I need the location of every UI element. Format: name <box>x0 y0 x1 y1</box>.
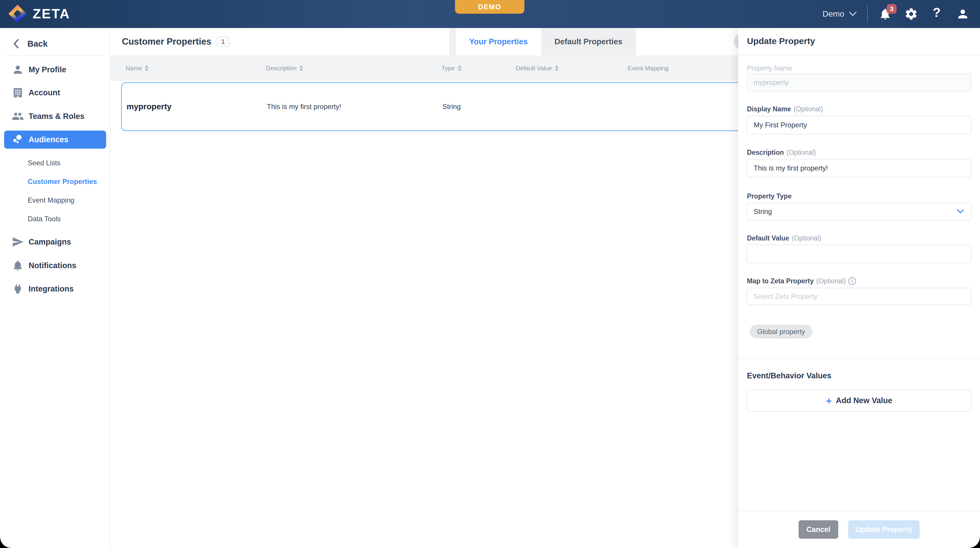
help-icon[interactable]: ? <box>933 5 940 20</box>
sidebar-item-notifications[interactable]: Notifications <box>0 256 110 275</box>
back-label: Back <box>27 39 48 49</box>
screen-corner <box>0 537 11 548</box>
properties-tabstrip: Your Properties Default Properties <box>449 28 636 56</box>
user-avatar-icon[interactable] <box>956 7 969 21</box>
default-value-label: Default Value (Optional) <box>747 234 821 242</box>
navbar-divider <box>867 5 868 23</box>
sidebar-item-label: Integrations <box>29 284 74 294</box>
back-button[interactable]: Back <box>0 35 110 52</box>
people-icon <box>11 110 24 122</box>
settings-gear-icon[interactable] <box>904 7 918 21</box>
label-text: Description <box>747 149 784 157</box>
sidebar-item-account[interactable]: Account <box>0 83 110 102</box>
add-new-value-button[interactable]: + Add New Value <box>747 389 972 412</box>
global-property-chip: Global property <box>749 325 813 338</box>
table-header: Name Description Type Default Value Even… <box>110 56 738 81</box>
label-optional: (Optional) <box>816 277 846 285</box>
sidebar-item-campaigns[interactable]: Campaigns <box>0 233 110 251</box>
account-name: Demo <box>822 10 845 19</box>
plus-icon: + <box>826 396 832 406</box>
tab-label: Default Properties <box>554 37 622 46</box>
page-header: Customer Properties 1 <box>122 28 229 56</box>
column-label: Description <box>266 65 297 72</box>
label-text: Map to Zeta Property <box>747 277 814 285</box>
description-label: Description (Optional) <box>747 148 816 157</box>
sidebar-subitem-data-tools[interactable]: Data Tools <box>28 212 107 226</box>
sidebar-subitem-customer-properties[interactable]: Customer Properties <box>28 175 107 189</box>
display-name-input[interactable] <box>747 116 972 134</box>
sidebar-item-teams-roles[interactable]: Teams & Roles <box>0 107 110 125</box>
description-input[interactable] <box>747 159 972 178</box>
column-header-type[interactable]: Type <box>442 56 461 81</box>
label-text: Property Type <box>747 192 792 200</box>
brand-name: ZETA <box>33 6 70 22</box>
sidebar-item-label: Campaigns <box>29 238 71 246</box>
sidebar-item-integrations[interactable]: Integrations <box>0 280 110 298</box>
panel-title: Update Property <box>747 36 815 46</box>
bell-icon <box>11 259 24 272</box>
column-header-event-mapping: Event Mapping <box>628 56 668 81</box>
page-title: Customer Properties <box>122 37 212 47</box>
zeta-logo[interactable]: ZETA <box>8 4 70 24</box>
sidebar-divider <box>4 55 106 56</box>
zeta-diamond-icon <box>8 4 27 24</box>
audiences-bubbles-icon <box>11 133 24 146</box>
account-dropdown[interactable]: Demo <box>822 0 857 28</box>
cell-type: String <box>442 83 461 130</box>
sidebar-item-label: Notifications <box>29 261 76 270</box>
column-header-description[interactable]: Description <box>266 56 303 81</box>
sidebar-subitem-label: Customer Properties <box>28 178 97 186</box>
label-text: Display Name <box>747 105 791 113</box>
property-type-select[interactable]: String <box>747 203 972 221</box>
sidebar-subitem-label: Seed Lists <box>28 159 60 167</box>
tab-your-properties[interactable]: Your Properties <box>456 28 541 56</box>
panel-divider <box>738 55 980 56</box>
column-label: Type <box>442 65 455 72</box>
property-name-label: Property Name <box>747 64 792 72</box>
selected-value: String <box>754 208 772 216</box>
chevron-down-icon <box>849 12 857 16</box>
sidebar-item-audiences[interactable]: Audiences <box>4 130 106 149</box>
label-optional: (Optional) <box>792 234 821 242</box>
building-icon <box>11 87 24 99</box>
sidebar-item-my-profile[interactable]: My Profile <box>0 60 110 79</box>
sidebar-item-label: Audiences <box>29 135 68 144</box>
column-header-default-value[interactable]: Default Value <box>515 56 558 81</box>
update-property-panel: Update Property Property Name Display Na… <box>738 28 980 548</box>
default-value-input[interactable] <box>747 245 972 263</box>
cell-name: myproperty <box>127 83 172 130</box>
notification-count-badge: 3 <box>887 4 897 14</box>
footer-divider <box>738 511 980 511</box>
table-row[interactable]: myproperty This is my first property! St… <box>121 82 745 131</box>
sidebar-subitem-event-mapping[interactable]: Event Mapping <box>28 193 107 207</box>
sidebar: Back My Profile Account Teams & Rol <box>0 28 110 548</box>
paper-plane-icon <box>11 236 24 248</box>
chevron-down-icon <box>957 209 964 214</box>
user-icon <box>11 64 24 76</box>
column-label: Name <box>126 65 142 72</box>
tab-label: Your Properties <box>469 37 528 46</box>
property-type-label: Property Type <box>747 192 792 200</box>
info-icon[interactable]: i <box>848 277 856 285</box>
property-name-input <box>747 73 972 92</box>
sort-icon <box>299 65 303 71</box>
sidebar-subitem-label: Data Tools <box>28 215 60 223</box>
display-name-label: Display Name (Optional) <box>747 105 823 113</box>
cancel-button[interactable]: Cancel <box>799 520 838 538</box>
label-optional: (Optional) <box>787 149 816 157</box>
map-to-zeta-input[interactable] <box>747 288 972 305</box>
sidebar-item-label: Teams & Roles <box>29 112 84 121</box>
update-property-button[interactable]: Update Property <box>848 520 920 538</box>
count-badge: 1 <box>217 36 229 47</box>
tab-default-properties[interactable]: Default Properties <box>541 28 636 56</box>
event-behavior-values-title: Event/Behavior Values <box>747 372 832 380</box>
cell-description: This is my first property! <box>267 83 341 130</box>
chevron-left-icon <box>13 39 19 49</box>
column-label: Default Value <box>515 65 552 72</box>
demo-environment-ribbon: DEMO <box>455 0 524 14</box>
sidebar-subitem-seed-lists[interactable]: Seed Lists <box>28 156 107 170</box>
sidebar-item-label: My Profile <box>29 65 66 74</box>
label-optional: (Optional) <box>794 105 823 113</box>
label-text: Property Name <box>747 64 792 72</box>
column-header-name[interactable]: Name <box>126 56 148 81</box>
